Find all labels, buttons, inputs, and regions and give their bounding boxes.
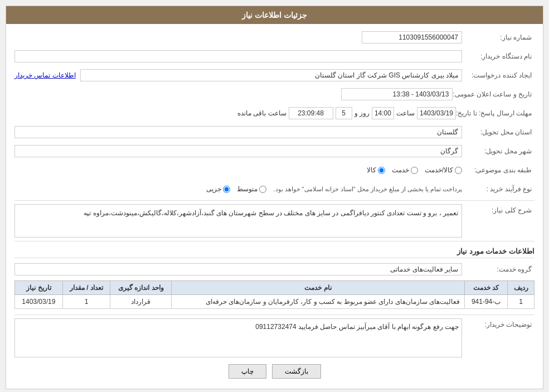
remaining-label: ساعت باقی مانده xyxy=(237,109,286,117)
purchase-type-note: پرداخت تمام یا بخشی از مبلغ خریداز محل "… xyxy=(273,186,462,193)
table-row: 1 ب-94-941 فعالیت‌های سازمان‌های دارای ع… xyxy=(15,295,535,309)
category-kala-label: کالا xyxy=(367,166,376,174)
purchase-type-label: نوع فرآیند خرید : xyxy=(462,185,535,193)
reply-days: 5 xyxy=(336,107,352,119)
need-description-row: شرح کلی نیاز: تعمیر ، برو و تست تعدادی ک… xyxy=(14,204,535,238)
category-kala-khedmat-radio[interactable] xyxy=(455,167,462,174)
city-label: شهر محل تحویل: xyxy=(462,147,535,155)
cell-date: 1403/03/19 xyxy=(15,295,63,309)
category-row: طبقه بندی موضوعی: کالا/خدمت خدمت کالا xyxy=(14,162,535,178)
cell-service-name: فعالیت‌های سازمان‌های دارای عضو مربوط به… xyxy=(172,295,465,309)
city-row: شهر محل تحویل: گرگان xyxy=(14,143,535,159)
creator-value: میلاد بیری کارشناس GIS شرکت گاز استان گل… xyxy=(80,69,462,81)
category-label: طبقه بندی موضوعی: xyxy=(462,166,535,174)
buyer-value xyxy=(14,50,462,62)
service-group-value: سایر فعالیت‌های خدماتی xyxy=(14,263,462,275)
col-unit: واحد اندازه گیری xyxy=(110,281,172,295)
buyer-desc-label: توضیحات خریدار: xyxy=(462,318,535,328)
reply-deadline-label: مهلت ارسال پاسخ: تا تاریخ: xyxy=(456,109,535,117)
city-value: گرگان xyxy=(14,145,462,157)
services-section-title: اطلاعات خدمات مورد نیاز xyxy=(14,247,535,258)
reply-time: 14:00 xyxy=(372,107,394,119)
page-header: جزئیات اطلاعات نیاز xyxy=(6,6,543,24)
cell-unit: قرارداد xyxy=(110,295,172,309)
purchase-type-row: نوع فرآیند خرید : پرداخت تمام یا بخشی از… xyxy=(14,181,535,197)
category-kala[interactable]: کالا xyxy=(367,166,385,174)
col-quantity: تعداد / مقدار xyxy=(62,281,110,295)
province-row: استان محل تحویل: گلستان xyxy=(14,124,535,140)
service-group-row: گروه خدمت: سایر فعالیت‌های خدماتی xyxy=(14,262,535,277)
service-group-label: گروه خدمت: xyxy=(462,265,535,273)
purchase-jozii-label: جزیی xyxy=(206,185,221,193)
category-khedmat-label: خدمت xyxy=(392,166,409,174)
creator-row: ایجاد کننده درخواست: میلاد بیری کارشناس … xyxy=(14,67,535,83)
category-khedmat-radio[interactable] xyxy=(411,167,418,174)
buyer-desc-value: جهت رفع هرگونه ابهام با آقای میرآبیز تما… xyxy=(14,318,462,357)
need-description-value: تعمیر ، برو و تست تعدادی کنتور دیافراگمی… xyxy=(14,204,462,238)
announce-value: 1403/03/13 - 13:38 xyxy=(341,88,453,100)
print-button[interactable]: چاپ xyxy=(229,364,266,379)
need-number-label: شماره نیاز: xyxy=(462,33,535,41)
category-radio-group: کالا/خدمت خدمت کالا xyxy=(367,166,462,174)
col-row-num: ردیف xyxy=(508,281,535,295)
reply-time-label: ساعت xyxy=(396,109,415,117)
col-service-code: کد خدمت xyxy=(465,281,508,295)
back-button[interactable]: بازگشت xyxy=(272,364,321,379)
remaining-time: 23:09:48 xyxy=(289,107,333,119)
province-label: استان محل تحویل: xyxy=(462,128,535,136)
col-date: تاریخ نیاز xyxy=(15,281,63,295)
purchase-jozii-radio[interactable] xyxy=(223,186,230,193)
category-kala-khedmat-label: کالا/خدمت xyxy=(425,166,453,174)
purchase-motavasset-label: متوسط xyxy=(237,185,258,193)
buttons-row: بازگشت چاپ xyxy=(14,364,535,379)
category-khedmat[interactable]: خدمت xyxy=(392,166,418,174)
reply-deadline-row: مهلت ارسال پاسخ: تا تاریخ: 1403/03/19 سا… xyxy=(14,105,535,121)
announce-row: تاریخ و ساعت اعلان عمومی: 1403/03/13 - 1… xyxy=(14,86,535,102)
announce-label: تاریخ و ساعت اعلان عمومی: xyxy=(453,90,535,98)
need-number-value: 1103091556000047 xyxy=(362,31,462,43)
purchase-type-radio-group: پرداخت تمام یا بخشی از مبلغ خریداز محل "… xyxy=(206,185,462,193)
services-table: ردیف کد خدمت نام خدمت واحد اندازه گیری ت… xyxy=(14,280,535,309)
purchase-motavasset-radio[interactable] xyxy=(259,186,266,193)
category-kala-radio[interactable] xyxy=(378,167,385,174)
category-kala-khedmat[interactable]: کالا/خدمت xyxy=(425,166,462,174)
creator-contact-link[interactable]: اطلاعات تماس خریدار xyxy=(14,71,76,79)
province-value: گلستان xyxy=(14,126,462,138)
cell-quantity: 1 xyxy=(62,295,110,309)
purchase-jozii[interactable]: جزیی xyxy=(206,185,230,193)
buyer-desc-row: توضیحات خریدار: جهت رفع هرگونه ابهام با … xyxy=(14,318,535,357)
reply-date: 1403/03/19 xyxy=(417,107,456,119)
buyer-row: نام دستگاه خریدار: xyxy=(14,49,535,64)
buyer-label: نام دستگاه خریدار: xyxy=(462,52,535,60)
col-service-name: نام خدمت xyxy=(172,281,465,295)
reply-days-label: روز و xyxy=(354,109,370,117)
cell-service-code: ب-94-941 xyxy=(465,295,508,309)
need-number-row: شماره نیاز: 1103091556000047 xyxy=(14,30,535,45)
need-description-label: شرح کلی نیاز: xyxy=(462,204,535,214)
purchase-motavasset[interactable]: متوسط xyxy=(237,185,266,193)
creator-label: ایجاد کننده درخواست: xyxy=(462,71,535,79)
cell-row-num: 1 xyxy=(508,295,535,309)
